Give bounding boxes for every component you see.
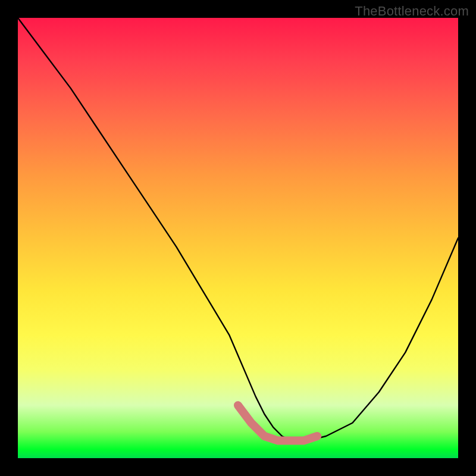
chart-curves-svg xyxy=(18,18,458,458)
flat-bottom-marker xyxy=(238,405,317,440)
watermark-text: TheBottleneck.com xyxy=(355,4,469,19)
bottleneck-curve xyxy=(18,18,458,440)
chart-frame: TheBottleneck.com xyxy=(0,0,476,476)
